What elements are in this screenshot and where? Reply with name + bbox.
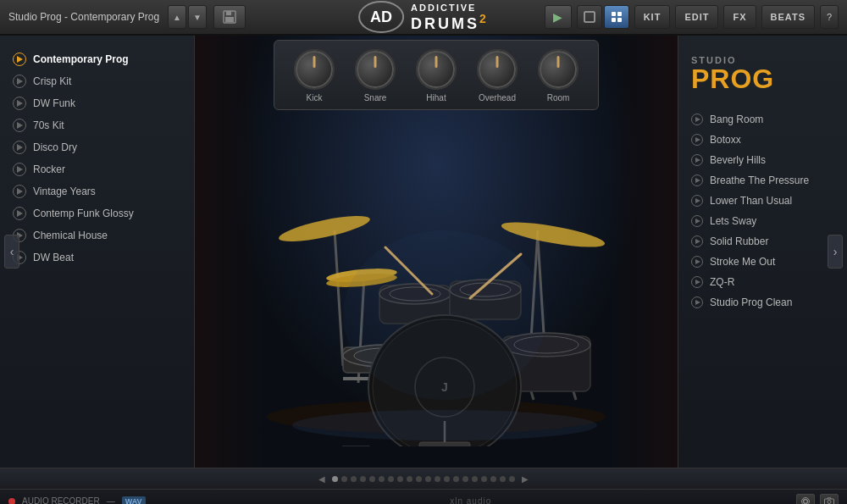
page-dot-3[interactable]	[360, 476, 366, 482]
page-dot-7[interactable]	[397, 476, 403, 482]
tab-fx[interactable]: FX	[723, 5, 756, 29]
footer-left: AUDIO RECORDER — WAV	[8, 496, 146, 505]
rec-indicator	[8, 498, 15, 505]
kit-play-icon-1	[13, 75, 26, 88]
kit-item-1[interactable]: Crisp Kit	[0, 70, 194, 92]
audio-recorder-label: AUDIO RECORDER	[22, 496, 100, 504]
brand-prog: PROG	[691, 65, 834, 92]
page-dot-11[interactable]	[435, 476, 440, 482]
svg-rect-2	[225, 17, 234, 22]
logo-ad-icon: AD	[358, 1, 404, 33]
svg-rect-7	[617, 12, 622, 16]
knob-snare[interactable]	[357, 51, 394, 88]
knob-ring-2	[416, 49, 457, 90]
tab-beats[interactable]: BEATS	[761, 5, 815, 29]
page-dot-14[interactable]	[462, 476, 468, 482]
page-dot-9[interactable]	[416, 476, 422, 482]
page-prev-button[interactable]: ◀	[315, 474, 329, 484]
page-dot-19[interactable]	[509, 476, 515, 482]
song-item-label-1: Botoxx	[710, 134, 741, 146]
kit-item-5[interactable]: Rocker	[0, 158, 194, 180]
page-dot-2[interactable]	[351, 476, 357, 482]
song-item-7[interactable]: Stroke Me Out	[678, 252, 847, 272]
song-play-triangle-2	[695, 158, 700, 163]
page-dot-12[interactable]	[444, 476, 450, 482]
kit-item-6[interactable]: Vintage Years	[0, 180, 194, 202]
help-button[interactable]: ?	[820, 5, 839, 29]
nav-arrows: ▲ ▼	[168, 5, 207, 29]
song-item-2[interactable]: Beverly Hills	[678, 150, 847, 170]
song-play-icon-1	[691, 134, 703, 146]
kit-item-2[interactable]: DW Funk	[0, 92, 194, 114]
kit-play-triangle-4	[17, 144, 23, 151]
kit-item-4[interactable]: Disco Dry	[0, 136, 194, 158]
page-dot-16[interactable]	[481, 476, 487, 482]
song-item-label-5: Lets Sway	[710, 215, 756, 227]
page-dot-8[interactable]	[407, 476, 412, 482]
song-item-label-3: Breathe The Pressure	[710, 174, 809, 186]
kit-item-label-8: Chemical House	[33, 230, 108, 241]
page-dot-1[interactable]	[341, 476, 347, 482]
knob-label-hihat: Hihat	[426, 93, 446, 102]
kit-item-8[interactable]: Chemical House	[0, 224, 194, 246]
side-nav-left-button[interactable]: ‹	[4, 235, 19, 269]
page-dot-10[interactable]	[425, 476, 431, 482]
nav-prev-button[interactable]: ▲	[168, 5, 186, 29]
page-dot-4[interactable]	[369, 476, 375, 482]
knob-overhead[interactable]	[479, 51, 516, 88]
song-play-icon-6	[691, 235, 703, 247]
footer-settings-button[interactable]	[796, 494, 815, 505]
kit-play-triangle-1	[17, 78, 23, 85]
side-nav-right-button[interactable]: ›	[828, 235, 843, 269]
nav-next-button[interactable]: ▼	[188, 5, 207, 29]
page-dot-5[interactable]	[379, 476, 385, 482]
view-multi-button[interactable]	[604, 5, 629, 29]
song-item-3[interactable]: Breathe The Pressure	[678, 170, 847, 191]
kit-item-7[interactable]: Contemp Funk Glossy	[0, 202, 194, 224]
page-dot-18[interactable]	[500, 476, 506, 482]
svg-rect-6	[612, 12, 616, 16]
song-item-4[interactable]: Lower Than Usual	[678, 191, 847, 211]
knob-room[interactable]	[540, 51, 577, 88]
song-item-0[interactable]: Bang Room	[678, 109, 847, 130]
page-dot-13[interactable]	[453, 476, 459, 482]
single-view-icon	[584, 11, 595, 23]
knob-hihat[interactable]	[418, 51, 455, 88]
page-next-button[interactable]: ▶	[518, 474, 532, 484]
logo-drums: DRUMS2	[411, 13, 489, 31]
song-item-6[interactable]: Solid Rubber	[678, 231, 847, 252]
view-single-button[interactable]	[577, 5, 602, 29]
page-dot-6[interactable]	[388, 476, 394, 482]
kit-list-panel: Contemporary ProgCrisp KitDW Funk70s Kit…	[0, 36, 195, 468]
save-button[interactable]	[213, 5, 246, 29]
knob-kick[interactable]	[296, 51, 333, 88]
page-dot-15[interactable]	[472, 476, 478, 482]
song-play-triangle-8	[695, 280, 700, 285]
kit-item-9[interactable]: DW Beat	[0, 246, 194, 269]
footer-camera-button[interactable]	[820, 494, 839, 505]
knob-item-snare: Snare	[357, 51, 394, 102]
tab-kit[interactable]: KIT	[634, 5, 671, 29]
song-item-9[interactable]: Studio Prog Clean	[678, 292, 847, 313]
svg-rect-1	[226, 11, 231, 15]
song-item-5[interactable]: Lets Sway	[678, 211, 847, 231]
song-play-icon-0	[691, 114, 703, 125]
kit-item-label-3: 70s Kit	[33, 119, 64, 131]
song-play-triangle-0	[695, 117, 700, 122]
song-list: Bang RoomBotoxxBeverly HillsBreathe The …	[678, 109, 847, 313]
page-dot-0[interactable]	[332, 476, 338, 482]
kit-item-0[interactable]: Contemporary Prog	[0, 48, 194, 70]
tab-edit[interactable]: EDIT	[675, 5, 718, 29]
pagination-bar: ◀ ▶	[0, 468, 847, 489]
page-dot-17[interactable]	[490, 476, 496, 482]
brand-section: STUDIO PROG	[678, 48, 847, 109]
song-item-1[interactable]: Botoxx	[678, 130, 847, 150]
center-stage: KickSnareHihatOverheadRoom	[195, 36, 678, 468]
kit-item-3[interactable]: 70s Kit	[0, 114, 194, 136]
kit-play-icon-6	[13, 185, 26, 198]
logo: AD ADDICTIVE DRUMS2	[358, 1, 489, 33]
song-item-8[interactable]: ZQ-R	[678, 272, 847, 292]
svg-point-56	[828, 500, 831, 503]
settings-icon	[800, 496, 811, 505]
play-button[interactable]: ▶	[545, 5, 572, 29]
